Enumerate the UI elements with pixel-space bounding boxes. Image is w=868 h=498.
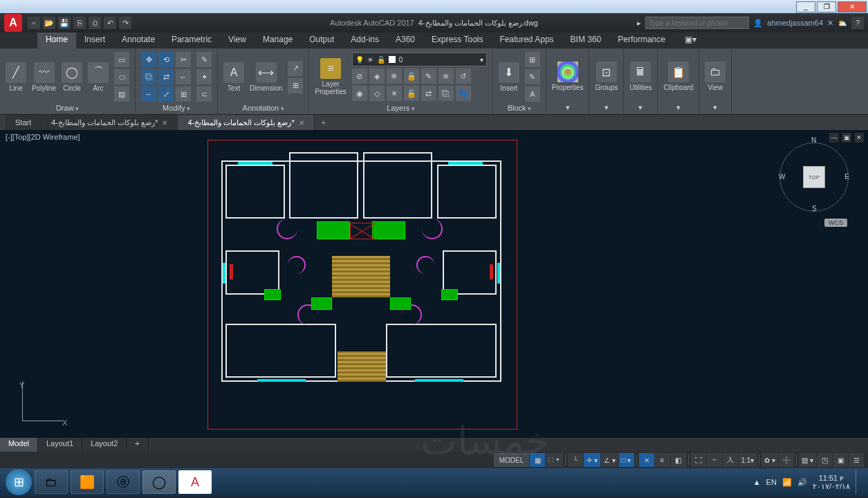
status-osnap[interactable]: □ ▾ bbox=[619, 453, 634, 467]
ribbon-collapse-icon[interactable]: ▣▾ bbox=[676, 33, 705, 48]
tab-a360[interactable]: A360 bbox=[387, 33, 423, 48]
tool-view[interactable]: 🗀View bbox=[705, 62, 726, 91]
tab-addins[interactable]: Add-ins bbox=[342, 33, 387, 48]
status-iso[interactable]: ∠ ▾ bbox=[601, 453, 618, 467]
help-icon[interactable]: ? bbox=[851, 17, 864, 29]
taskbar-explorer[interactable]: 🗀 bbox=[35, 470, 68, 494]
vp-close[interactable]: ✕ bbox=[854, 133, 864, 142]
status-autoscale[interactable]: 人 bbox=[723, 453, 738, 467]
tool-ellipse[interactable]: ⬭ bbox=[114, 69, 129, 84]
start-button[interactable]: ⊞ bbox=[6, 469, 32, 495]
layer-on[interactable]: ◉ bbox=[352, 86, 367, 101]
tray-network-icon[interactable]: 📶 bbox=[782, 478, 792, 487]
status-anno[interactable]: 𝄐 bbox=[707, 453, 722, 467]
panel-modify-label[interactable]: Modify bbox=[141, 102, 212, 114]
tool-fillet[interactable]: ⌐ bbox=[176, 69, 191, 84]
qat-plot[interactable]: ⎙ bbox=[89, 17, 101, 29]
window-maximize[interactable]: ❐ bbox=[817, 1, 836, 12]
status-annomon[interactable]: ➕ bbox=[779, 453, 794, 467]
window-close[interactable]: ✕ bbox=[838, 1, 867, 12]
compass-n[interactable]: N bbox=[811, 136, 816, 144]
compass-w[interactable]: W bbox=[779, 173, 785, 181]
tool-utilities[interactable]: 🖩Utilities bbox=[629, 62, 652, 91]
tool-text[interactable]: AText bbox=[223, 62, 244, 92]
panel-layers-label[interactable]: Layers bbox=[315, 102, 487, 114]
tab-insert[interactable]: Insert bbox=[76, 33, 113, 48]
status-lwt[interactable]: ≡ bbox=[655, 453, 670, 467]
status-sc[interactable]: ⛶ bbox=[691, 453, 706, 467]
tool-array[interactable]: ⊞ bbox=[176, 86, 191, 102]
app-menu-icon[interactable]: A bbox=[4, 14, 22, 32]
qat-redo[interactable]: ↷ bbox=[119, 17, 131, 29]
tray-clock[interactable]: 11:51 ᴘ ٢٠١٧/٠٢/١٨ bbox=[813, 474, 850, 490]
panel-groups-expand[interactable]: ▾ bbox=[595, 102, 618, 114]
layer-iso[interactable]: ◈ bbox=[369, 68, 385, 84]
status-scale[interactable]: 1:1 ▾ bbox=[739, 453, 757, 467]
layer-make[interactable]: ✎ bbox=[421, 68, 436, 84]
layer-lock[interactable]: 🔒 bbox=[404, 68, 419, 84]
search-input[interactable] bbox=[645, 17, 749, 29]
tool-trim[interactable]: ✂ bbox=[176, 52, 191, 67]
signin-icon[interactable]: 👤 bbox=[753, 19, 763, 28]
doc-tab-add[interactable]: + bbox=[315, 115, 333, 130]
tool-copy[interactable]: ⿻ bbox=[141, 69, 156, 84]
layer-match[interactable]: ≋ bbox=[438, 68, 454, 84]
panel-block-label[interactable]: Block bbox=[499, 102, 540, 114]
tab-express[interactable]: Express Tools bbox=[423, 33, 491, 48]
qat-undo[interactable]: ↶ bbox=[104, 17, 116, 29]
doc-tab-1[interactable]: رضع بلوكات الحمامات والمطابخ-4*✕ bbox=[41, 115, 178, 130]
layer-walk[interactable]: 👣 bbox=[456, 86, 471, 101]
tool-circle[interactable]: ◯Circle bbox=[62, 62, 82, 92]
taskbar-chrome[interactable]: ◯ bbox=[142, 470, 176, 494]
viewcube-top[interactable]: TOP bbox=[803, 166, 825, 188]
layer-copy[interactable]: ⿻ bbox=[438, 86, 454, 101]
tab-performance[interactable]: Performance bbox=[609, 33, 674, 48]
exchange-icon[interactable]: ✕ bbox=[827, 19, 833, 28]
qat-saveas[interactable]: ⎘ bbox=[73, 17, 86, 29]
compass-s[interactable]: S bbox=[812, 205, 817, 212]
status-otrack[interactable]: ✕ bbox=[639, 453, 654, 467]
status-clean[interactable]: ▣ bbox=[833, 453, 848, 467]
taskbar-ie[interactable]: ⓔ bbox=[107, 470, 140, 494]
panel-annotation-label[interactable]: Annotation bbox=[223, 102, 303, 114]
tool-rect[interactable]: ▭ bbox=[114, 52, 129, 67]
tool-edit-block[interactable]: ✎ bbox=[525, 69, 540, 84]
a360-icon[interactable]: ⛅ bbox=[838, 19, 847, 28]
status-model[interactable]: MODEL bbox=[494, 453, 530, 467]
panel-properties-expand[interactable]: ▾ bbox=[552, 102, 584, 114]
tool-groups[interactable]: ⊡Groups bbox=[595, 62, 618, 91]
tool-rotate[interactable]: ⟲ bbox=[158, 52, 174, 67]
taskbar-media[interactable]: 🟧 bbox=[71, 470, 104, 494]
taskbar-autocad[interactable]: A bbox=[178, 470, 212, 494]
tool-attr[interactable]: A bbox=[525, 86, 540, 102]
drawing-viewport[interactable]: [-][Top][2D Wireframe] — ▣ ✕ bbox=[0, 130, 868, 438]
tool-hatch[interactable]: ▨ bbox=[114, 86, 129, 102]
status-ortho[interactable]: └ bbox=[568, 453, 583, 467]
panel-draw-label[interactable]: Draw bbox=[6, 102, 129, 114]
viewcube[interactable]: TOP N S E W WCS bbox=[779, 137, 849, 216]
status-custom[interactable]: ☰ bbox=[849, 453, 864, 467]
layer-off[interactable]: ⊘ bbox=[352, 68, 367, 84]
tool-explode[interactable]: ✦ bbox=[196, 69, 212, 84]
tool-clipboard[interactable]: 📋Clipboard bbox=[663, 62, 693, 91]
window-minimize[interactable]: _ bbox=[796, 1, 815, 12]
tool-polyline[interactable]: 〰Polyline bbox=[32, 62, 56, 92]
layer-freeze[interactable]: ❄ bbox=[387, 68, 402, 84]
show-desktop[interactable] bbox=[856, 470, 862, 494]
layout-model[interactable]: Model bbox=[0, 438, 38, 452]
tab-manage[interactable]: Manage bbox=[255, 33, 301, 48]
tab-featured[interactable]: Featured Apps bbox=[492, 33, 562, 48]
tool-leader[interactable]: ↗ bbox=[288, 61, 303, 76]
tool-properties[interactable]: ◯Properties bbox=[552, 62, 584, 91]
tab-bim360[interactable]: BIM 360 bbox=[562, 33, 610, 48]
tool-create-block[interactable]: ⊞ bbox=[525, 52, 540, 67]
tray-volume-icon[interactable]: 🔊 bbox=[797, 478, 807, 487]
status-polar[interactable]: ✛ ▾ bbox=[584, 453, 600, 467]
layout-add[interactable]: + bbox=[127, 438, 148, 452]
qat-new[interactable]: ▫ bbox=[28, 17, 40, 29]
panel-clipboard-expand[interactable]: ▾ bbox=[663, 102, 693, 114]
viewport-label[interactable]: [-][Top][2D Wireframe] bbox=[6, 133, 80, 141]
tab-view[interactable]: View bbox=[220, 33, 255, 48]
tab-home[interactable]: Home bbox=[37, 33, 76, 48]
tool-table[interactable]: ⊞ bbox=[288, 78, 303, 93]
